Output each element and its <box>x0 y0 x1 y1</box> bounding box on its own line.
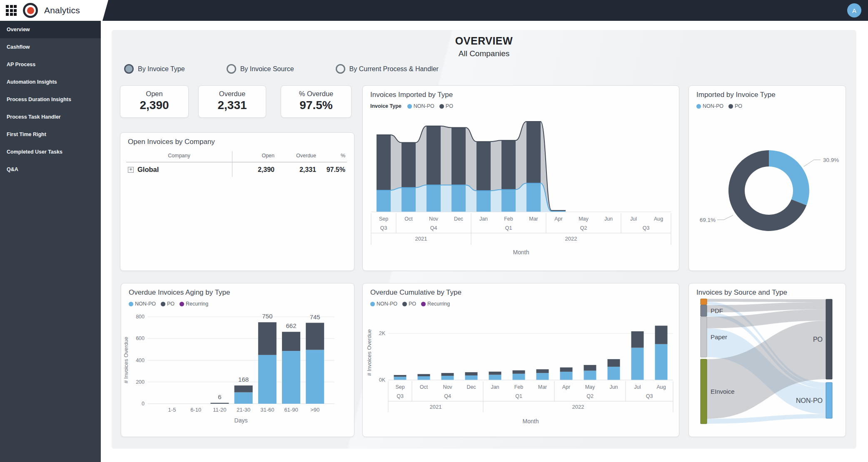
svg-text:200: 200 <box>136 379 145 385</box>
sidebar-item-cashflow[interactable]: Cashflow <box>0 38 101 56</box>
svg-text:Feb: Feb <box>514 384 524 390</box>
open-cell: 2,390 <box>232 163 276 177</box>
table-header-row: Company Open Overdue % <box>126 151 348 162</box>
svg-text:Jul: Jul <box>634 384 641 390</box>
legend-label: PO <box>735 103 742 109</box>
app-launcher-icon[interactable] <box>6 5 17 16</box>
svg-text:Q1: Q1 <box>515 393 522 399</box>
overdue-cumulative-card: Overdue Cumulative by Type NON-POPORecur… <box>362 283 679 437</box>
page-subtitle: All Companies <box>112 49 856 58</box>
legend-dot-icon <box>129 302 133 306</box>
col-company[interactable]: Company <box>126 151 232 162</box>
legend-label: NON-PO <box>135 301 156 307</box>
chart-title: Overdue Cumulative by Type <box>363 283 679 297</box>
legend-item-recurring[interactable]: Recurring <box>180 301 208 307</box>
dashboard-canvas: OVERVIEW All Companies By Invoice TypeBy… <box>112 30 856 449</box>
svg-text:Month: Month <box>513 249 529 256</box>
svg-text:May: May <box>579 216 589 222</box>
svg-text:0: 0 <box>142 401 145 407</box>
kpi-value: 2,390 <box>120 99 188 112</box>
svg-text:2021: 2021 <box>415 236 427 242</box>
sidebar-item-q-a[interactable]: Q&A <box>0 161 101 178</box>
sidebar-item-ap-process[interactable]: AP Process <box>0 56 101 73</box>
legend-item-non-po[interactable]: NON-PO <box>370 301 397 307</box>
sidebar-item-overview[interactable]: Overview <box>0 21 101 38</box>
legend-label: NON-PO <box>414 103 434 109</box>
svg-text:168: 168 <box>238 376 249 383</box>
kpi-card-overdue: % Overdue97.5% <box>281 85 352 118</box>
filter-label: By Invoice Source <box>240 65 294 73</box>
radio-icon[interactable] <box>124 64 134 74</box>
legend-item-po[interactable]: PO <box>402 301 416 307</box>
svg-text:2022: 2022 <box>572 404 584 410</box>
legend-label: PO <box>167 301 175 307</box>
legend-item-non-po[interactable]: NON-PO <box>407 103 434 109</box>
sidebar-item-automation-insights[interactable]: Automation Insights <box>0 73 101 91</box>
table-title: Open Invoices by Company <box>120 133 354 146</box>
svg-text:Feb: Feb <box>504 216 513 222</box>
legend-dot-icon <box>696 104 701 109</box>
svg-text:Q3: Q3 <box>380 225 387 231</box>
legend-item-po[interactable]: PO <box>161 301 175 307</box>
imported-donut-chart[interactable]: 30.9%69.1% <box>689 109 846 255</box>
filter-radio-by-invoice-source[interactable]: By Invoice Source <box>227 64 294 74</box>
svg-text:1-5: 1-5 <box>168 407 176 413</box>
svg-text:Nov: Nov <box>443 384 452 390</box>
kpi-card-open: Open2,390 <box>120 85 189 118</box>
svg-text:6-10: 6-10 <box>190 407 201 413</box>
topbar: Analytics A <box>0 0 868 21</box>
svg-text:750: 750 <box>262 313 272 320</box>
svg-text:800: 800 <box>136 314 145 320</box>
sidebar-item-process-duration-insights[interactable]: Process Duration Insights <box>0 91 101 108</box>
radio-icon[interactable] <box>336 64 345 74</box>
sidebar-item-completed-user-tasks[interactable]: Completed User Tasks <box>0 143 101 161</box>
table-row[interactable]: Global 2,390 2,331 97.5% <box>126 162 348 177</box>
legend-item-non-po[interactable]: NON-PO <box>696 103 723 109</box>
filter-radio-by-invoice-type[interactable]: By Invoice Type <box>124 64 185 74</box>
company-name: Global <box>137 166 159 174</box>
legend-dot-icon <box>180 302 184 306</box>
svg-text:Jul: Jul <box>630 216 637 222</box>
svg-text:2022: 2022 <box>565 236 577 242</box>
svg-text:Paper: Paper <box>711 333 727 340</box>
pct-cell: 97.5% <box>318 163 347 177</box>
legend-dot-icon <box>407 104 412 109</box>
legend-dot-icon <box>421 302 426 306</box>
filter-radio-by-current-process-handler[interactable]: By Current Process & Handler <box>336 64 439 74</box>
imported-by-invoice-type-card: Imported by Invoice Type NON-POPO 30.9%6… <box>688 85 846 271</box>
col-overdue[interactable]: Overdue <box>276 151 318 162</box>
svg-text:2021: 2021 <box>430 404 442 410</box>
overdue-cumulative-chart[interactable]: 2K0KSepOctNovDecJanFebMarAprMayJunJulAug… <box>363 307 679 430</box>
chart-title: Invoices Imported by Type <box>363 86 679 99</box>
svg-text:Jan: Jan <box>491 384 499 390</box>
sidebar-item-process-task-handler[interactable]: Process Task Handler <box>0 108 101 126</box>
svg-text:745: 745 <box>310 313 320 320</box>
legend-item-po[interactable]: PO <box>439 103 453 109</box>
svg-text:6: 6 <box>218 393 221 400</box>
legend-item-non-po[interactable]: NON-PO <box>129 301 156 307</box>
svg-text:# Invoices Overdue: # Invoices Overdue <box>123 337 129 383</box>
source-type-sankey-chart[interactable]: PDFPaperEInvoicePONON-PO <box>689 297 846 431</box>
legend-item-recurring[interactable]: Recurring <box>421 301 450 307</box>
svg-text:Aug: Aug <box>656 384 666 390</box>
svg-text:PDF: PDF <box>711 307 723 314</box>
radio-icon[interactable] <box>227 64 236 74</box>
legend: NON-POPO <box>689 99 846 109</box>
user-avatar[interactable]: A <box>847 3 861 17</box>
col-pct[interactable]: % <box>318 151 347 162</box>
overdue-aging-card: Overdue Invoices Aging by Type NON-POPOR… <box>121 283 354 437</box>
filter-label: By Invoice Type <box>138 65 185 73</box>
expand-row-icon[interactable] <box>128 167 134 173</box>
svg-text:Dec: Dec <box>466 384 476 390</box>
legend: Invoice TypeNON-POPO <box>363 99 679 109</box>
sidebar-item-first-time-right[interactable]: First Time Right <box>0 126 101 143</box>
overdue-aging-chart[interactable]: 02004006008001-56-10611-2016821-3075031-… <box>121 307 354 430</box>
legend-item-po[interactable]: PO <box>728 103 742 109</box>
svg-text:Oct: Oct <box>420 384 428 390</box>
svg-text:Q4: Q4 <box>444 393 451 399</box>
col-open[interactable]: Open <box>232 151 276 162</box>
invoices-by-source-and-type-card: Invoices by Source and Type PDFPaperEInv… <box>688 283 846 437</box>
invoices-imported-ribbon-chart[interactable]: SepOctNovDecJanFebMarAprMayJunJulAugQ3Q4… <box>363 109 679 262</box>
legend-label: Recurring <box>427 301 450 307</box>
legend-dot-icon <box>402 302 407 306</box>
